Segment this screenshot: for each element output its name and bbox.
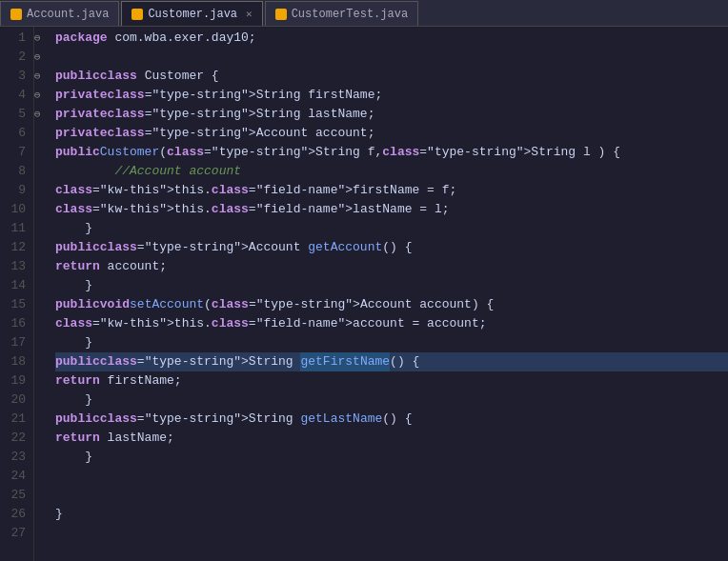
tab-close-icon[interactable]: ✕ <box>246 8 253 20</box>
code-area: 1234567891011121314151617181920212223242… <box>0 27 728 561</box>
line-number: 12 <box>0 238 26 257</box>
line-number: 15 <box>0 295 26 314</box>
line-number: 6 <box>0 124 26 143</box>
line-number: 14 <box>0 276 26 295</box>
line-number: 13 <box>0 257 26 276</box>
code-line <box>55 486 728 505</box>
line-number: 9 <box>0 181 26 200</box>
gutter-marks: ⊖⊖⊖⊖⊖ <box>34 27 48 561</box>
gutter-mark[interactable]: ⊖ <box>34 48 48 67</box>
code-line: } <box>55 391 728 410</box>
tab-customertest-label: CustomerTest.java <box>292 8 408 21</box>
line-number: 24 <box>0 467 26 486</box>
java-file-icon <box>10 9 22 20</box>
tab-customer[interactable]: Customer.java ✕ <box>121 1 262 26</box>
code-line: class="kw-this">this.class="field-name">… <box>55 181 728 200</box>
line-number: 18 <box>0 352 26 371</box>
line-number: 21 <box>0 410 26 429</box>
code-line: } <box>55 276 728 295</box>
code-line: public class Customer { <box>55 67 728 86</box>
code-line: return firstName; <box>55 371 728 391</box>
line-number: 19 <box>0 371 26 391</box>
code-line <box>55 48 728 67</box>
code-line: //Account account <box>55 162 728 181</box>
line-number: 16 <box>0 314 26 333</box>
line-number: 3 <box>0 67 26 86</box>
code-line: private class="type-string">Account acco… <box>55 124 728 143</box>
gutter-mark[interactable]: ⊖ <box>34 67 48 86</box>
code-line: public class="type-string">String getLas… <box>55 410 728 429</box>
code-line: return lastName; <box>55 429 728 448</box>
line-number: 7 <box>0 143 26 162</box>
line-number: 2 <box>0 48 26 67</box>
line-number: 17 <box>0 333 26 352</box>
code-line: public void setAccount(class="type-strin… <box>55 295 728 314</box>
code-line: } <box>55 219 728 238</box>
code-line: private class="type-string">String first… <box>55 86 728 105</box>
line-number: 8 <box>0 162 26 181</box>
code-line: } <box>55 333 728 352</box>
line-number: 27 <box>0 524 26 543</box>
tab-account[interactable]: Account.java <box>0 1 119 26</box>
code-line: return account; <box>55 257 728 276</box>
line-number: 5 <box>0 105 26 124</box>
line-number: 1 <box>0 29 26 48</box>
code-line <box>55 524 728 543</box>
tab-account-label: Account.java <box>27 8 109 21</box>
gutter-mark[interactable]: ⊖ <box>34 105 48 124</box>
code-line: class="kw-this">this.class="field-name">… <box>55 314 728 333</box>
gutter-mark[interactable]: ⊖ <box>34 29 48 48</box>
code-line: package com.wba.exer.day10; <box>55 29 728 48</box>
code-line: public class="type-string">Account getAc… <box>55 238 728 257</box>
tab-customer-label: Customer.java <box>148 8 237 21</box>
line-number: 22 <box>0 429 26 448</box>
code-line: } <box>55 505 728 524</box>
line-number: 20 <box>0 391 26 410</box>
line-number: 26 <box>0 505 26 524</box>
code-line: public class="type-string">String getFir… <box>55 352 728 371</box>
line-numbers: 1234567891011121314151617181920212223242… <box>0 27 34 561</box>
java-file-icon <box>275 9 287 20</box>
line-number: 10 <box>0 200 26 219</box>
code-content[interactable]: package com.wba.exer.day10; public class… <box>48 27 728 561</box>
code-line: } <box>55 448 728 467</box>
line-number: 23 <box>0 448 26 467</box>
code-line <box>55 467 728 486</box>
line-number: 4 <box>0 86 26 105</box>
line-number: 25 <box>0 486 26 505</box>
code-line: class="kw-this">this.class="field-name">… <box>55 200 728 219</box>
tab-bar: Account.java Customer.java ✕ CustomerTes… <box>0 0 728 27</box>
code-line: private class="type-string">String lastN… <box>55 105 728 124</box>
code-line: public Customer(class="type-string">Stri… <box>55 143 728 162</box>
line-number: 11 <box>0 219 26 238</box>
java-file-icon <box>131 9 143 20</box>
gutter-mark[interactable]: ⊖ <box>34 86 48 105</box>
tab-customertest[interactable]: CustomerTest.java <box>265 1 418 26</box>
